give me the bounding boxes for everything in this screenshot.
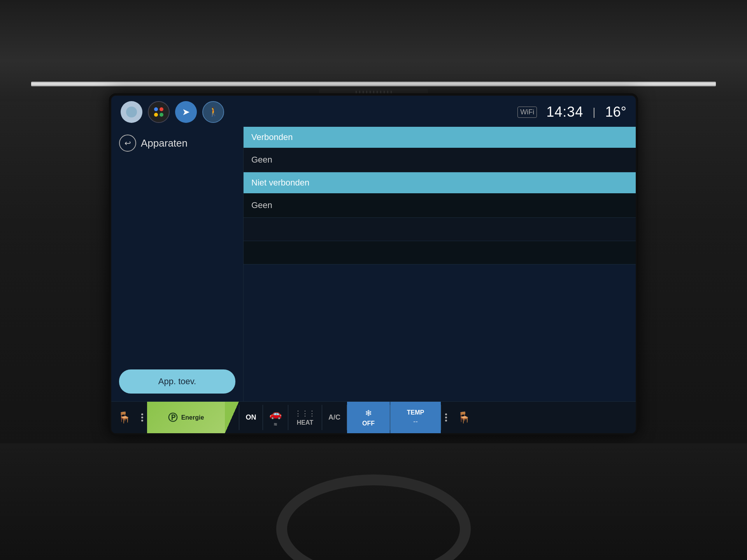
silver-strip: [31, 82, 716, 86]
top-bar: ➤ 🚶 WiFi 14:34 | 16°: [111, 96, 636, 127]
walker-icon: 🚶: [208, 107, 219, 117]
navigation-button[interactable]: ➤: [175, 101, 197, 123]
on-button[interactable]: ON: [239, 402, 263, 433]
ac-label: A/C: [328, 413, 340, 422]
ac-button[interactable]: A/C: [322, 402, 347, 433]
not-connected-header: Niet verbonden: [244, 172, 636, 193]
left-panel: ↩ Apparaten App. toev.: [111, 127, 244, 401]
google-icon: [154, 107, 163, 117]
connected-device-item[interactable]: Geen: [244, 148, 636, 172]
car-dashboard: ➤ 🚶 WiFi 14:34 | 16°: [0, 0, 747, 560]
dashboard-top: [0, 0, 747, 101]
section-title: Apparaten: [141, 137, 188, 149]
not-connected-device-item[interactable]: Geen: [244, 193, 636, 218]
main-content: ↩ Apparaten App. toev. Verbonden Geen Ni…: [111, 127, 636, 401]
empty-row-2: [244, 241, 636, 264]
seat-heat-right-button[interactable]: 🪑: [451, 402, 477, 433]
heat-label: HEAT: [297, 419, 313, 426]
on-label: ON: [246, 413, 256, 422]
dashboard-bottom: [0, 443, 747, 560]
add-app-button[interactable]: App. toev.: [119, 369, 235, 394]
heat-button[interactable]: ⋮⋮⋮ HEAT: [288, 402, 322, 433]
status-bar: WiFi 14:34 | 16°: [517, 104, 626, 120]
spacer: [119, 159, 235, 369]
seat-heat-left-icon: 🪑: [117, 411, 131, 424]
bottom-climate-bar: 🪑 Ⓟ Energie ON: [111, 401, 636, 433]
home-icon: [126, 107, 137, 117]
outside-temperature: 16°: [605, 104, 626, 120]
car-defrost-icon: 🚗: [269, 408, 282, 420]
home-button[interactable]: [121, 101, 142, 123]
fan-off-label: OFF: [362, 420, 375, 427]
empty-row-1: [244, 218, 636, 241]
heat-waves-icon: ⋮⋮⋮: [295, 409, 316, 418]
angled-divider: [225, 402, 239, 433]
temp-value: --: [413, 418, 418, 426]
wifi-icon: WiFi: [517, 107, 537, 118]
apps-button[interactable]: [148, 101, 170, 123]
infotainment-screen: ➤ 🚶 WiFi 14:34 | 16°: [111, 96, 636, 433]
back-icon: ↩: [124, 138, 131, 148]
fan-button[interactable]: ❄ OFF: [347, 402, 390, 433]
fan-icon: ❄: [365, 408, 372, 418]
screen-housing: ➤ 🚶 WiFi 14:34 | 16°: [109, 93, 638, 436]
energy-p-icon: Ⓟ: [168, 411, 177, 424]
device-list-panel: Verbonden Geen Niet verbonden Geen: [244, 127, 636, 401]
car-defrost-button[interactable]: 🚗 ≋: [263, 402, 288, 433]
temp-button[interactable]: TEMP --: [390, 402, 441, 433]
assistant-button[interactable]: 🚶: [202, 101, 224, 123]
top-icon-group: ➤ 🚶: [121, 101, 224, 123]
right-dots-menu[interactable]: [441, 402, 451, 433]
time-separator: |: [593, 106, 596, 118]
seat-heat-left-button[interactable]: 🪑: [111, 402, 137, 433]
defrost-lines: ≋: [274, 422, 277, 427]
back-button[interactable]: ↩: [119, 135, 136, 152]
left-dots-menu[interactable]: [137, 402, 147, 433]
seat-heat-right-icon: 🪑: [457, 411, 471, 424]
back-navigation[interactable]: ↩ Apparaten: [119, 135, 235, 152]
energy-button[interactable]: Ⓟ Energie: [147, 402, 225, 433]
connected-header: Verbonden: [244, 127, 636, 148]
steering-wheel-hint: [276, 474, 471, 560]
temp-label: TEMP: [407, 409, 424, 416]
nav-icon: ➤: [182, 107, 190, 117]
energy-label: Energie: [181, 414, 204, 421]
clock: 14:34: [546, 104, 583, 120]
